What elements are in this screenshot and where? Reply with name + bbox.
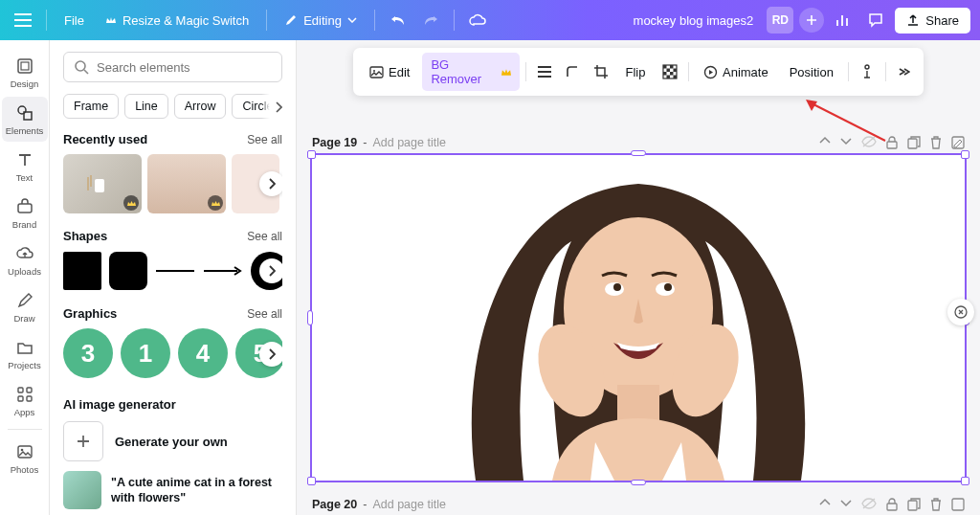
selected-image[interactable] <box>312 155 965 481</box>
resize-handle-br[interactable] <box>961 477 969 485</box>
resize-menu[interactable]: Resize & Magic Switch <box>98 9 256 33</box>
shape-square[interactable] <box>63 252 101 290</box>
user-avatar[interactable]: RD <box>767 7 793 34</box>
graphics-scroll-right[interactable] <box>259 342 282 367</box>
recent-thumb-1[interactable] <box>63 154 142 213</box>
page-delete[interactable] <box>930 136 942 149</box>
chip-line[interactable]: Line <box>124 94 168 119</box>
chip-frame[interactable]: Frame <box>63 94 119 119</box>
rail-apps[interactable]: Apps <box>2 378 48 423</box>
see-all-graphics[interactable]: See all <box>247 307 282 321</box>
undo-button[interactable] <box>385 7 412 34</box>
search-elements[interactable] <box>63 52 282 82</box>
page-hide[interactable] <box>861 136 877 149</box>
ai-example-item[interactable]: "A cute anime cat in a forest with flowe… <box>63 471 282 509</box>
crop-button[interactable] <box>589 58 613 85</box>
crown-icon <box>501 68 511 77</box>
generate-your-own-button[interactable] <box>63 421 103 461</box>
editing-mode-menu[interactable]: Editing <box>277 9 365 33</box>
file-menu[interactable]: File <box>56 9 92 33</box>
page-delete[interactable] <box>930 498 942 511</box>
comment-icon[interactable] <box>862 7 889 34</box>
flip-button[interactable]: Flip <box>617 60 655 84</box>
page-duplicate[interactable] <box>907 498 921 511</box>
floating-comment-button[interactable] <box>947 299 974 325</box>
svg-point-2 <box>18 106 26 114</box>
chips-scroll-right[interactable] <box>261 94 282 119</box>
page-move-down[interactable] <box>840 136 852 149</box>
svg-rect-0 <box>18 59 32 73</box>
corner-rounding-button[interactable] <box>560 58 585 85</box>
page-duplicate[interactable] <box>907 136 921 149</box>
analytics-icon[interactable] <box>830 7 857 34</box>
menu-hamburger-button[interactable] <box>10 7 36 34</box>
rail-text[interactable]: Text <box>2 144 48 189</box>
editing-label: Editing <box>303 13 342 28</box>
rail-draw[interactable]: Draw <box>2 284 48 329</box>
svg-rect-7 <box>18 396 23 401</box>
svg-rect-31 <box>908 139 917 148</box>
page-move-up[interactable] <box>819 498 831 511</box>
generate-label[interactable]: Generate your own <box>115 435 228 449</box>
see-all-recent[interactable]: See all <box>247 133 282 146</box>
page-lock[interactable] <box>886 498 898 511</box>
page-lock[interactable] <box>886 136 898 149</box>
ai-example-thumb <box>63 471 101 509</box>
graphic-3[interactable]: 4 <box>178 328 228 378</box>
page-move-up[interactable] <box>819 136 831 149</box>
resize-handle-bm[interactable] <box>631 480 646 485</box>
svg-rect-4 <box>18 204 32 213</box>
image-icon <box>369 65 384 79</box>
page-19-header: Page 19 - Add page title <box>312 136 965 149</box>
edit-image-button[interactable]: Edit <box>361 60 418 84</box>
resize-handle-tm[interactable] <box>631 150 646 156</box>
align-button[interactable] <box>532 58 557 85</box>
resize-handle-tr[interactable] <box>961 150 969 159</box>
page-hide[interactable] <box>861 498 877 511</box>
recent-thumb-2[interactable] <box>147 154 226 213</box>
page-19-number: Page 19 <box>312 136 357 149</box>
resize-handle-tl[interactable] <box>307 150 316 159</box>
animate-button[interactable]: Animate <box>695 60 777 84</box>
rail-brand[interactable]: Brand <box>2 190 48 235</box>
transparency-button[interactable] <box>657 58 682 85</box>
chip-arrow[interactable]: Arrow <box>174 94 227 119</box>
page-19-title-input[interactable]: Add page title <box>372 136 445 149</box>
page-20-title-input[interactable]: Add page title <box>372 498 445 511</box>
resize-handle-lm[interactable] <box>307 310 313 325</box>
more-button[interactable] <box>891 58 916 85</box>
shape-arrow[interactable] <box>203 252 243 290</box>
rail-design[interactable]: Design <box>2 50 48 95</box>
page-19-canvas[interactable] <box>312 155 965 481</box>
animate-icon <box>703 65 718 79</box>
rail-uploads[interactable]: Uploads <box>2 237 48 282</box>
shape-rounded-square[interactable] <box>109 252 147 290</box>
page-move-down[interactable] <box>840 498 852 511</box>
section-ai-generator: AI image generator <box>63 397 176 412</box>
rail-projects[interactable]: Projects <box>2 331 48 376</box>
page-add[interactable] <box>951 136 965 149</box>
add-collaborator-button[interactable] <box>799 8 824 33</box>
document-title[interactable]: mockey blog images2 <box>634 13 754 28</box>
info-button[interactable] <box>855 58 880 85</box>
cloud-sync-icon[interactable] <box>464 7 491 34</box>
page-20-header: Page 20 - Add page title <box>312 498 965 511</box>
position-button[interactable]: Position <box>781 60 842 84</box>
rail-photos[interactable]: Photos <box>2 436 48 481</box>
graphic-1[interactable]: 3 <box>63 328 113 378</box>
share-button[interactable]: Share <box>895 8 970 34</box>
search-input[interactable] <box>97 60 272 75</box>
see-all-shapes[interactable]: See all <box>247 230 282 243</box>
page-add[interactable] <box>951 498 965 511</box>
page-20-number: Page 20 <box>312 498 357 511</box>
rail-elements[interactable]: Elements <box>2 97 48 142</box>
shapes-scroll-right[interactable] <box>259 258 282 283</box>
redo-button[interactable] <box>417 7 444 34</box>
graphic-2[interactable]: 1 <box>121 328 170 378</box>
crown-icon <box>105 14 117 26</box>
recent-scroll-right[interactable] <box>259 171 282 196</box>
shape-line[interactable] <box>155 252 195 290</box>
svg-rect-9 <box>18 446 32 458</box>
bg-remover-button[interactable]: BG Remover <box>422 53 519 91</box>
resize-handle-bl[interactable] <box>307 477 316 485</box>
